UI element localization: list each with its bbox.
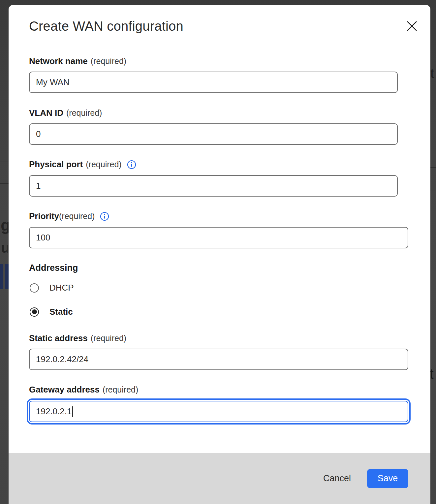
network-name-label-row: Network name (required) <box>29 56 126 66</box>
network-name-label: Network name <box>29 56 88 66</box>
backdrop-partial-text: t <box>430 366 436 382</box>
backdrop-divider <box>430 191 436 191</box>
backdrop-divider <box>0 162 9 162</box>
vlan-id-label: VLAN ID <box>29 108 63 118</box>
save-button[interactable]: Save <box>367 469 408 488</box>
network-name-input[interactable]: My WAN <box>29 72 398 93</box>
vlan-id-input[interactable]: 0 <box>29 123 398 145</box>
backdrop-divider <box>430 167 436 168</box>
dialog-title: Create WAN configuration <box>29 19 183 34</box>
backdrop-button-fragment <box>0 264 3 289</box>
priority-value: 100 <box>36 233 50 243</box>
vlan-id-value: 0 <box>36 129 41 139</box>
priority-label: Priority <box>29 211 59 221</box>
close-button[interactable] <box>405 19 419 34</box>
backdrop-partial-text: g <box>1 216 9 234</box>
dialog-body: Create WAN configuration Network name (r… <box>9 5 430 504</box>
text-cursor <box>72 406 73 417</box>
required-hint: (required) <box>86 160 121 169</box>
priority-input[interactable]: 100 <box>29 227 408 248</box>
network-name-value: My WAN <box>36 77 70 87</box>
backdrop-partial-text: u <box>1 239 8 256</box>
addressing-heading: Addressing <box>29 263 78 273</box>
gateway-address-label-row: Gateway address (required) <box>29 385 138 395</box>
backdrop-divider <box>0 183 9 184</box>
radio-static-label: Static <box>49 307 73 317</box>
static-address-input[interactable]: 192.0.2.42/24 <box>29 349 408 370</box>
physical-port-input[interactable]: 1 <box>29 175 398 197</box>
radio-selected-icon[interactable] <box>30 307 39 317</box>
close-icon <box>406 20 418 33</box>
backdrop-button-fragment <box>5 264 9 289</box>
info-icon[interactable] <box>100 212 109 221</box>
required-hint: (required) <box>59 211 95 221</box>
backdrop-partial-text: t l <box>430 66 436 81</box>
dialog-footer: Cancel Save <box>9 453 430 504</box>
required-hint: (required) <box>91 56 126 66</box>
radio-unselected-icon[interactable] <box>30 283 39 293</box>
physical-port-label: Physical port <box>29 159 83 170</box>
gateway-address-label: Gateway address <box>29 385 100 395</box>
radio-option-dhcp[interactable]: DHCP <box>30 283 74 293</box>
vlan-id-label-row: VLAN ID (required) <box>29 108 102 118</box>
radio-dhcp-label: DHCP <box>49 283 74 293</box>
radio-option-static[interactable]: Static <box>30 307 73 317</box>
required-hint: (required) <box>91 333 126 343</box>
create-wan-configuration-dialog: Create WAN configuration Network name (r… <box>9 5 430 504</box>
cancel-button[interactable]: Cancel <box>323 470 351 487</box>
static-address-label: Static address <box>29 333 88 343</box>
physical-port-value: 1 <box>36 181 41 191</box>
priority-label-row: Priority (required) <box>29 211 109 221</box>
required-hint: (required) <box>66 108 102 118</box>
required-hint: (required) <box>103 385 138 394</box>
physical-port-label-row: Physical port (required) <box>29 159 136 170</box>
static-address-value: 192.0.2.42/24 <box>36 354 88 364</box>
gateway-address-value: 192.0.2.1 <box>36 406 72 417</box>
static-address-label-row: Static address (required) <box>29 333 126 343</box>
info-icon[interactable] <box>127 160 136 169</box>
gateway-address-input[interactable]: 192.0.2.1 <box>29 401 408 422</box>
